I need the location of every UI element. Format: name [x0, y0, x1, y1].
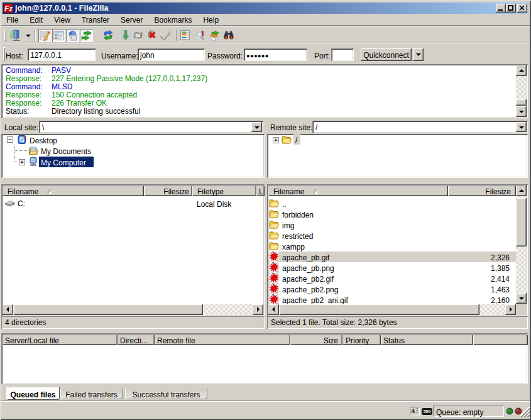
svg-text:A: A — [410, 407, 415, 414]
svg-text:Fz: Fz — [4, 4, 13, 13]
